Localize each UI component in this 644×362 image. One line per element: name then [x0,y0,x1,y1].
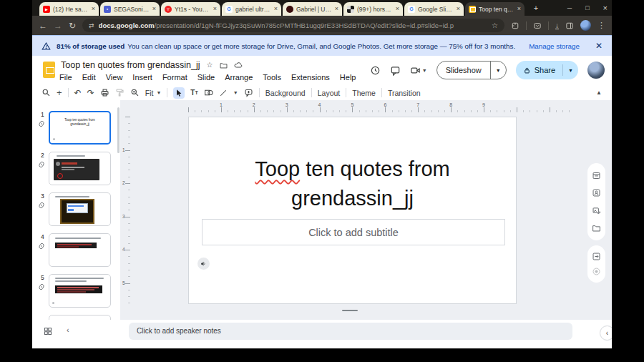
line-tool-icon[interactable] [219,89,228,97]
minimize-button[interactable]: ─ [567,4,572,11]
menu-insert[interactable]: Insert [132,73,152,82]
filmstrip-slide-3[interactable]: 3 [32,192,120,230]
transition-button[interactable]: Transition [388,89,421,97]
photo-edit-icon[interactable] [592,206,601,215]
filmstrip-slide-2[interactable]: 2 [32,152,120,189]
share-dropdown[interactable]: ▼ [563,61,578,79]
filmstrip-slide-5[interactable]: 5 [32,274,120,311]
filmstrip-slide-1[interactable]: 1 Toop ten quotes from grendassin_jj [32,111,120,148]
show-side-panel-button[interactable]: ‹ [600,326,612,341]
menu-format[interactable]: Format [162,73,187,82]
cloud-status-icon[interactable] [234,61,243,69]
browser-tab[interactable]: gabriel ultralo× [222,2,281,16]
slide-title-textbox[interactable]: Toop ten quotes from grendassin_jj [189,155,516,213]
insert-comment-icon[interactable] [244,88,253,97]
comments-icon[interactable] [390,65,401,76]
calendar-icon[interactable] [592,171,601,180]
audio-button[interactable] [197,258,210,270]
slide-thumbnail[interactable] [49,192,111,226]
slide-thumbnail[interactable] [49,315,111,320]
tab-search-icon[interactable] [533,21,542,30]
share-button[interactable]: Share ▼ [516,61,578,79]
tab-close-icon[interactable]: × [213,6,217,12]
theme-button[interactable]: Theme [352,89,376,97]
menu-view[interactable]: View [106,73,123,82]
tab-close-icon[interactable]: × [92,6,95,12]
collapse-filmstrip-chevron-icon[interactable]: ‹ [67,326,69,334]
subtitle-placeholder[interactable]: Click to add subtitle [202,219,505,245]
tab-close-icon[interactable]: × [457,6,460,12]
back-icon[interactable]: ← [39,21,47,30]
tab-close-icon[interactable]: × [335,6,338,12]
menu-file[interactable]: File [59,73,72,82]
select-tool-icon[interactable] [173,87,185,99]
slide-canvas[interactable]: Toop ten quotes from grendassin_jj Click… [188,117,517,304]
slideshow-dropdown[interactable]: ▼ [491,62,506,79]
browser-tab-active[interactable]: Toop ten quot× [465,2,525,16]
menu-slide[interactable]: Slide [197,73,215,82]
contacts-icon[interactable] [592,188,601,197]
undo-icon[interactable]: ↶ [74,88,82,98]
open-panel-icon[interactable] [592,252,601,261]
text-box-icon[interactable]: TT [190,89,197,97]
browser-tab[interactable]: Gabriel | ULTRA× [283,2,342,16]
browser-tab[interactable]: (99+) horse #j× [343,2,403,16]
layout-button[interactable]: Layout [318,89,341,97]
speaker-notes-input[interactable]: Click to add speaker notes [129,323,572,340]
star-document-icon[interactable]: ☆ [207,62,213,69]
profile-avatar[interactable] [580,20,591,31]
move-folder-icon[interactable] [220,62,228,69]
redo-icon[interactable]: ↷ [87,88,94,98]
browser-tab[interactable]: Yt1s - YouTube× [161,2,220,16]
filmstrip-slide-4[interactable]: 4 [32,233,120,270]
tab-close-icon[interactable]: × [396,6,399,12]
browser-tab[interactable]: Google Slides× [404,2,464,16]
menu-tools[interactable]: Tools [263,73,281,82]
side-panel-icon[interactable] [565,21,574,30]
version-history-icon[interactable] [370,65,381,76]
menu-extensions[interactable]: Extensions [291,73,330,82]
reload-icon[interactable]: ↻ [69,21,76,30]
slides-logo-icon[interactable] [43,62,55,78]
maximize-button[interactable]: □ [585,4,589,11]
extensions-icon[interactable] [511,21,519,30]
browser-tab[interactable]: SEGASonic: OR× [100,2,160,16]
new-slide-button[interactable]: + [57,87,62,98]
shapes-icon[interactable] [204,88,213,97]
print-icon[interactable] [100,88,109,97]
menu-edit[interactable]: Edit [82,73,96,82]
slideshow-button[interactable]: Slideshow ▼ [436,61,507,79]
new-tab-button[interactable]: + [530,3,542,14]
slide-thumbnail[interactable] [49,152,111,185]
menu-arrange[interactable]: Arrange [225,73,253,82]
download-icon[interactable]: ↓ [555,22,559,29]
background-button[interactable]: Background [265,89,306,97]
search-menus-icon[interactable] [42,88,51,97]
folder-icon[interactable] [592,223,601,233]
slide-thumbnail[interactable] [49,233,111,267]
zoom-select[interactable]: Fit ▼ [145,89,162,97]
browser-tab[interactable]: (12) He said no× [39,2,99,16]
bookmark-star-icon[interactable]: ☆ [492,21,498,29]
meet-button[interactable]: ▼ [410,65,427,76]
notes-resize-handle[interactable] [342,310,358,311]
chevron-down-icon[interactable]: ▼ [233,90,238,95]
account-avatar[interactable] [587,62,605,79]
tab-close-icon[interactable]: × [274,6,278,12]
close-window-button[interactable]: × [603,4,608,12]
slide-thumbnail[interactable] [49,274,111,308]
paint-format-icon[interactable] [115,88,125,97]
manage-storage-link[interactable]: Manage storage [529,42,580,50]
slide-thumbnail-selected[interactable]: Toop ten quotes from grendassin_jj [49,111,111,145]
grid-view-icon[interactable] [44,327,52,336]
document-title[interactable]: Toop ten quotes from grendassin_jj [61,60,200,70]
forward-icon[interactable]: → [54,21,62,30]
banner-close-icon[interactable]: ✕ [595,41,602,51]
hide-menus-chevron-icon[interactable]: ▲ [596,89,602,96]
filmstrip-slide-6[interactable] [32,315,120,320]
record-icon[interactable] [592,267,601,276]
menu-help[interactable]: Help [340,73,356,82]
tab-close-icon[interactable]: × [517,6,521,12]
zoom-icon[interactable] [130,88,140,97]
menu-kebab-icon[interactable]: ⋮ [597,21,605,30]
